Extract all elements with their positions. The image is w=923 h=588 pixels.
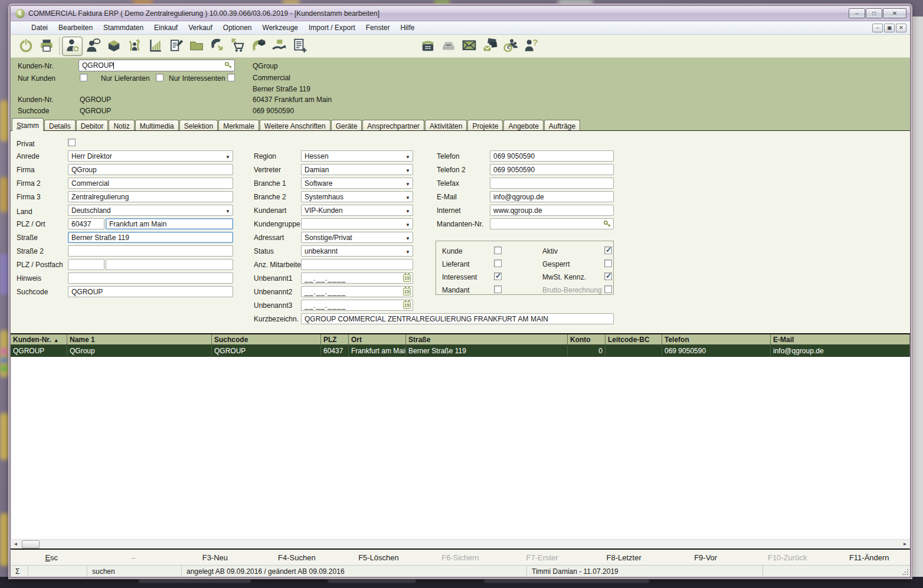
col-ort[interactable]: Ort [349,334,406,344]
strasse-input[interactable]: Berner Straße 119 [68,232,233,243]
calendar-icon[interactable]: 15 [403,288,411,295]
menu-optionen[interactable]: Optionen [218,22,257,34]
unbenannt3-date-input[interactable]: __.__.____15 [301,300,413,311]
anz-mitarbeiter-input[interactable] [301,259,413,270]
col-plz[interactable]: PLZ [321,334,349,344]
menu-bearbeiten[interactable]: Bearbeiten [53,22,98,34]
ort-input[interactable]: Frankfurt am Main [106,218,233,229]
fkey-f6-sichern[interactable]: F6-Sichern [420,553,502,562]
key-lookup-icon[interactable] [603,220,611,228]
delivery-call-button[interactable] [248,37,269,56]
fax-button[interactable] [438,37,459,56]
filter-nur-interessenten-checkbox[interactable] [227,74,235,81]
menu-werkzeuge[interactable]: Werkzeuge [257,22,303,34]
calendar-icon[interactable]: 15 [403,301,411,309]
resize-grip-icon[interactable] [902,569,909,576]
lieferant-flag-checkbox[interactable] [494,259,502,267]
tab-ansprechpartner[interactable]: Ansprechpartner [362,120,424,131]
scroll-left-icon[interactable]: ◄ [11,540,21,549]
branche2-select[interactable]: Systemhaus [301,191,413,202]
call-incoming-button[interactable] [207,37,227,56]
status-select[interactable]: unbekannt [301,245,413,257]
tab-projekte[interactable]: Projekte [467,120,503,131]
privat-checkbox[interactable] [68,139,76,146]
tab-auftraege[interactable]: Aufträge [544,120,580,131]
col-suchcode[interactable]: Suchcode [212,334,321,344]
brutto-berechnung-flag-checkbox[interactable] [604,285,612,293]
adressart-select[interactable]: Sonstige/Privat [301,232,413,243]
menu-hilfe[interactable]: Hilfe [395,22,420,34]
title-bar[interactable]: € COMMERCIAL Faktura ERP ( Demo Zentralr… [11,6,910,21]
scroll-right-icon[interactable]: ► [900,540,910,549]
tab-geraete[interactable]: Geräte [331,120,362,131]
mwst-kennz-flag-checkbox[interactable] [604,272,612,280]
internet-input[interactable]: www.qgroup.de [490,205,614,216]
fkey-f3-neu[interactable]: F3-Neu [174,553,256,562]
telephone-button[interactable] [417,37,438,56]
tab-weitere-anschriften[interactable]: Weitere Anschriften [260,120,330,131]
menu-verkauf[interactable]: Verkauf [183,22,218,34]
plz-input[interactable]: 60437 [68,218,104,229]
fkey-f7-erster[interactable]: F7-Erster [501,553,583,562]
email-send-receive-button[interactable] [479,37,500,56]
menu-einkauf[interactable]: Einkauf [149,22,183,34]
land-select[interactable]: Deutschland [68,205,233,216]
vertreter-select[interactable]: Damian [301,164,413,175]
kunde-flag-checkbox[interactable] [494,247,502,254]
table-row-selected[interactable]: QGROUP QGroup QGROUP 60437 Frankfurt am … [11,345,910,357]
unbenannt1-date-input[interactable]: __.__.____15 [301,272,413,284]
kurzbezeichn-input[interactable]: QGROUP COMMERCIAL ZENTRALREGULIERUNG FRA… [301,313,614,324]
col-konto[interactable]: Konto [568,334,605,344]
kundengruppe-select[interactable] [301,218,413,229]
fkey-esc[interactable]: Esc [11,553,93,562]
kundenart-select[interactable]: VIP-Kunden [301,205,413,216]
document-edit-button[interactable] [165,37,186,56]
filter-nur-kunden-checkbox[interactable] [80,74,87,81]
tab-details[interactable]: Details [44,120,76,131]
fkey-f4-suchen[interactable]: F4-Suchen [256,553,338,562]
horizontal-scrollbar[interactable]: ◄ ► [11,539,910,550]
telefon2-input[interactable]: 069 9050590 [490,164,614,175]
mdi-restore-button[interactable]: ▣ [884,24,895,32]
tab-multimedia[interactable]: Multimedia [135,120,179,131]
tab-debitor[interactable]: Debitor [76,120,109,131]
tab-aktivitaeten[interactable]: Aktivitäten [425,120,467,131]
tab-selektion[interactable]: Selektion [179,120,218,131]
fkey-f5-loeschen[interactable]: F5-Löschen [338,553,420,562]
exit-button[interactable] [15,37,36,56]
email-button[interactable] [459,37,479,56]
mdi-minimize-button[interactable]: – [872,24,883,32]
customer-new-button[interactable] [62,37,83,56]
postfach-input[interactable] [106,259,233,270]
scrollbar-thumb[interactable] [22,540,40,548]
minimize-button[interactable]: – [849,8,865,18]
fkey-f11-aendern[interactable]: F11-Ändern [828,553,910,562]
email-input[interactable]: info@qgroup.de [490,191,614,202]
customer-acquisition-button[interactable] [124,37,145,56]
col-kunden-nr[interactable]: Kunden-Nr.▲ [11,334,67,344]
menu-import-export[interactable]: Import / Export [303,22,361,34]
calendar-icon[interactable]: 15 [403,274,411,282]
postfach-plz-input[interactable] [68,259,104,270]
telefax-input[interactable] [490,178,614,189]
filter-nur-lieferanten-checkbox[interactable] [156,74,163,81]
fkey-dash[interactable]: – [93,553,175,562]
purchase-order-button[interactable] [227,37,248,56]
mandant-flag-checkbox[interactable] [494,285,502,293]
document-new-button[interactable] [289,37,310,56]
kunden-nr-search-input[interactable]: QGROUP [78,60,235,71]
close-button[interactable]: ✕ [883,8,906,18]
gesperrt-flag-checkbox[interactable] [604,259,612,267]
col-name1[interactable]: Name 1 [67,334,212,344]
suchcode-input[interactable]: QGROUP [68,286,233,297]
support-contact-button[interactable]: ? [521,37,541,56]
anrede-select[interactable]: Herr Direktor [68,150,233,162]
interessent-flag-checkbox[interactable] [494,272,502,280]
key-lookup-icon[interactable] [224,61,233,70]
unbenannt2-date-input[interactable]: __.__.____15 [301,286,413,297]
aktiv-flag-checkbox[interactable] [604,247,612,254]
fkey-f10-zurueck[interactable]: F10-Zurück [747,553,829,562]
col-strasse[interactable]: Straße [406,334,568,344]
menu-datei[interactable]: Datei [26,22,53,34]
firma2-input[interactable]: Commercial [68,178,233,189]
